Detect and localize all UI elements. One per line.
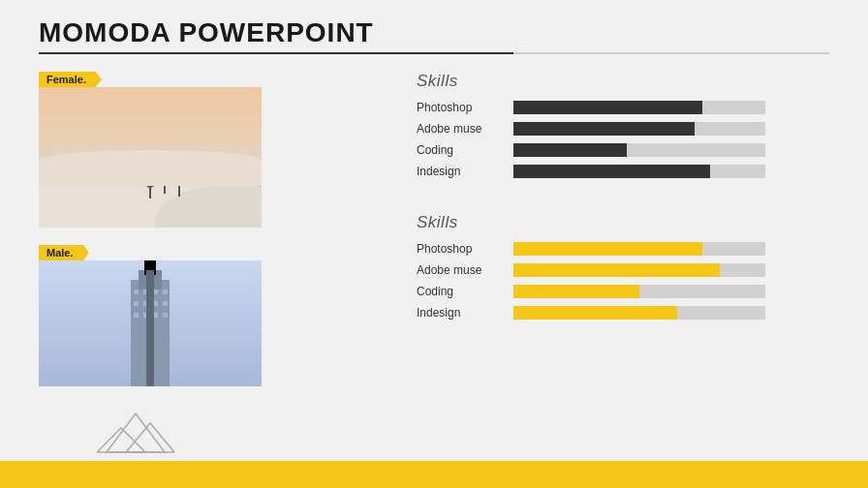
svg-rect-24 (143, 313, 148, 318)
page: MOMODA POWERPOINT Female. (0, 0, 868, 488)
female-skills-rows: PhotoshopAdobe museCodingIndesign (417, 101, 829, 178)
svg-rect-26 (163, 313, 168, 318)
svg-rect-23 (134, 313, 139, 318)
skill-label: Photoshop (417, 242, 504, 256)
header: MOMODA POWERPOINT (0, 0, 868, 62)
skill-bar-fill (513, 285, 639, 298)
skill-row: Adobe muse (417, 263, 829, 277)
svg-rect-17 (153, 290, 158, 294)
svg-rect-25 (153, 313, 158, 318)
skill-bar-background (513, 101, 765, 114)
svg-rect-12 (131, 280, 170, 386)
female-skills-block: Skills PhotoshopAdobe museCodingIndesign (417, 72, 829, 186)
svg-point-6 (175, 178, 183, 186)
right-column: Skills PhotoshopAdobe museCodingIndesign… (388, 72, 829, 386)
page-title: MOMODA POWERPOINT (39, 17, 829, 48)
skill-label: Adobe muse (417, 122, 504, 136)
skill-label: Photoshop (417, 101, 504, 114)
skill-bar-background (513, 143, 765, 157)
skill-bar-background (513, 285, 765, 298)
male-skills-rows: PhotoshopAdobe museCodingIndesign (417, 242, 829, 320)
skill-row: Indesign (417, 306, 829, 320)
skill-bar-background (513, 165, 765, 178)
skill-label: Coding (417, 285, 504, 298)
female-label: Female. (39, 72, 102, 87)
skill-bar-fill (513, 242, 702, 256)
svg-marker-29 (126, 423, 174, 452)
male-label: Male. (39, 245, 89, 260)
header-divider (39, 52, 829, 54)
svg-point-4 (146, 180, 154, 188)
mountain-icon (97, 409, 174, 461)
skill-bar-background (513, 242, 765, 256)
svg-rect-18 (163, 290, 168, 294)
svg-rect-15 (134, 290, 139, 294)
svg-rect-19 (134, 301, 139, 306)
skill-row: Coding (417, 285, 829, 298)
skill-bar-background (513, 122, 765, 136)
skill-bar-fill (513, 101, 702, 114)
skill-bar-background (513, 306, 765, 320)
male-skills-title: Skills (417, 213, 829, 232)
svg-rect-21 (153, 301, 158, 306)
female-image (39, 87, 262, 228)
female-skills-title: Skills (417, 72, 829, 91)
svg-rect-14 (144, 260, 156, 275)
svg-rect-22 (163, 301, 168, 306)
skill-bar-fill (513, 306, 677, 320)
skill-row: Coding (417, 143, 829, 157)
skill-bar-fill (513, 165, 710, 178)
female-profile-block: Female. (39, 72, 388, 228)
skill-label: Adobe muse (417, 263, 504, 277)
skill-label: Indesign (417, 306, 504, 320)
male-image (39, 260, 262, 386)
skill-bar-fill (513, 263, 720, 277)
svg-rect-16 (143, 290, 148, 294)
skill-bar-fill (513, 122, 695, 136)
skill-row: Indesign (417, 165, 829, 178)
skill-bar-fill (513, 143, 627, 157)
svg-point-5 (162, 176, 168, 182)
male-profile-block: Male. (39, 245, 388, 386)
left-column: Female. (39, 72, 388, 386)
skill-label: Indesign (417, 165, 504, 178)
main-content: Female. (0, 62, 868, 386)
svg-rect-13 (139, 270, 162, 290)
skill-row: Adobe muse (417, 122, 829, 136)
svg-rect-20 (143, 301, 148, 306)
skill-row: Photoshop (417, 242, 829, 256)
skill-bar-background (513, 263, 765, 277)
skill-row: Photoshop (417, 101, 829, 114)
svg-point-7 (191, 173, 197, 179)
bottom-bar (0, 461, 868, 488)
skill-label: Coding (417, 143, 504, 157)
male-skills-block: Skills PhotoshopAdobe museCodingIndesign (417, 213, 829, 327)
svg-rect-11 (39, 260, 262, 386)
